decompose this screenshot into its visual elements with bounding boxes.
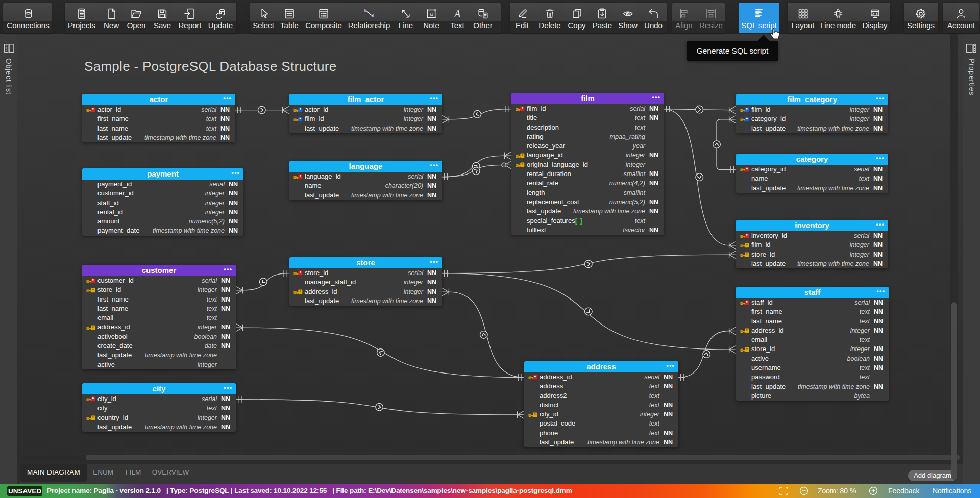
svg-text:A: A (453, 8, 461, 19)
svg-text:a: a (430, 11, 433, 17)
